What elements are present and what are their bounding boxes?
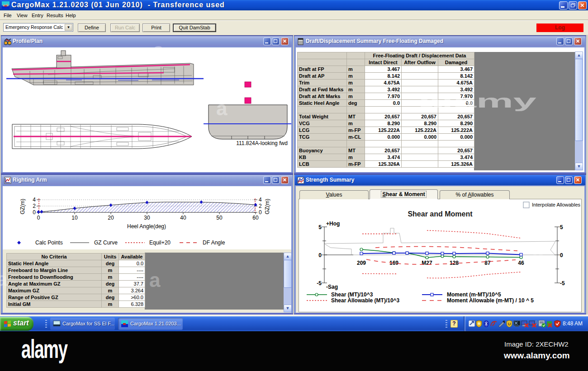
svg-text:40: 40 [180,215,186,221]
svg-text:Moment (m-MT)/10^5: Moment (m-MT)/10^5 [447,291,501,298]
svg-text:GZ Curve: GZ Curve [94,240,118,246]
svg-text:-5: -5 [560,280,565,286]
svg-text:87: 87 [484,260,491,266]
svg-text:M27: M27 [422,260,432,266]
svg-text:209: 209 [357,260,366,266]
svg-text:0: 0 [318,252,322,258]
svg-text:GZ(m): GZ(m) [19,199,26,215]
svg-text:2: 2 [33,203,36,209]
svg-text:5: 5 [560,224,563,230]
svg-text:0: 0 [560,252,563,258]
svg-text:-Sag: -Sag [326,284,338,290]
svg-text:Shear and Moment: Shear and Moment [408,210,473,218]
svg-text:Moment Allowable (m-MT) / 10 ^: Moment Allowable (m-MT) / 10 ^ 5 [447,297,534,304]
svg-text:DF Angle: DF Angle [203,240,225,246]
svg-text:U: U [508,322,511,326]
svg-text:4: 4 [259,197,262,203]
svg-text:30: 30 [144,215,150,221]
svg-text:2: 2 [259,203,262,209]
svg-text:Shear Allowable (MT)/10^3: Shear Allowable (MT)/10^3 [331,297,400,304]
svg-text:111.824A-looking fwd: 111.824A-looking fwd [236,140,288,146]
svg-text:20: 20 [108,215,114,221]
svg-text:60: 60 [252,215,259,221]
svg-text:0: 0 [259,209,262,216]
svg-text:0: 0 [33,209,36,216]
svg-text:+Hog: +Hog [326,221,340,227]
svg-text:4: 4 [33,197,36,203]
svg-text:GZ(m): GZ(m) [264,199,270,215]
svg-text:50: 50 [216,215,223,221]
svg-text:5: 5 [318,224,322,230]
svg-text:Equil+20: Equil+20 [149,240,171,246]
svg-text:10: 10 [71,215,78,221]
svg-text:-5: -5 [317,280,322,286]
svg-text:46: 46 [518,260,524,266]
svg-text:0: 0 [37,215,40,221]
svg-text:Heel Angle(deg): Heel Angle(deg) [127,223,166,230]
svg-text:Interpolate Allowables: Interpolate Allowables [532,202,581,207]
svg-text:Shear (MT)/10^3: Shear (MT)/10^3 [331,291,373,298]
svg-text:Calc Points: Calc Points [35,240,63,246]
svg-text:128: 128 [450,260,459,266]
